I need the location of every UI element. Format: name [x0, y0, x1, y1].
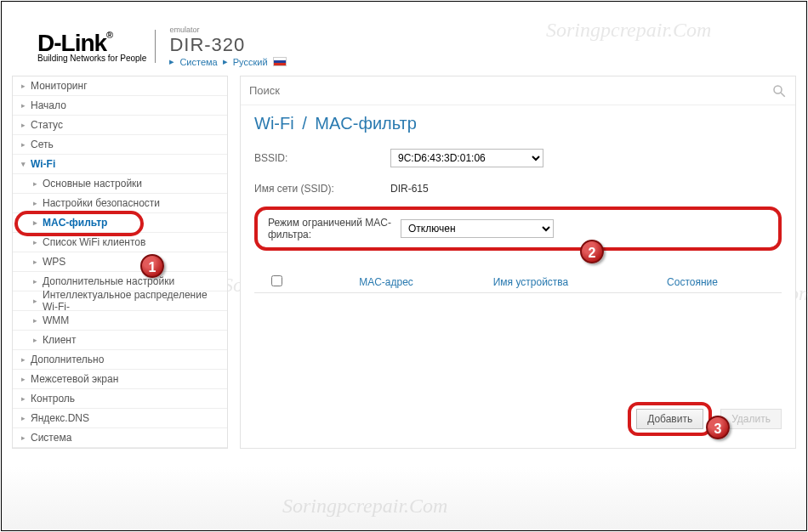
chevron-right-icon: [21, 375, 26, 383]
emulator-label: emulator: [169, 25, 286, 34]
annotation-ring-2-box: Режим ограничений MAC-фильтра: Отключен: [254, 207, 782, 251]
search-row: [241, 76, 795, 105]
search-icon[interactable]: [771, 83, 787, 99]
brand-logo: D-Link® Building Networks for People: [37, 30, 156, 63]
chevron-right-icon: [21, 140, 26, 149]
chevron-right-icon: [21, 82, 26, 90]
field-ssid: Имя сети (SSID): DIR-615: [254, 176, 782, 201]
chevron-right-icon: ▸: [223, 56, 228, 67]
chevron-right-icon: ▸: [169, 56, 174, 67]
header: D-Link® Building Networks for People emu…: [12, 25, 796, 67]
sidebar-item-firewall[interactable]: Межсетевой экран: [13, 370, 227, 389]
chevron-right-icon: [21, 433, 26, 442]
select-all-checkbox[interactable]: [271, 275, 282, 286]
model-box: emulator DIR-320 ▸ Система ▸ Русский: [169, 25, 286, 67]
brand-tagline: Building Networks for People: [37, 54, 146, 63]
chevron-right-icon: [21, 101, 26, 110]
mac-table: MAC-адрес Имя устройства Состояние: [254, 271, 782, 293]
col-name: Имя устройства: [458, 276, 603, 288]
mode-label: Режим ограничений MAC-фильтра:: [268, 217, 401, 241]
bssid-label: BSSID:: [254, 152, 390, 164]
sidebar-item-wifi-wmm[interactable]: WMM: [13, 311, 227, 331]
sidebar-item-control[interactable]: Контроль: [13, 389, 227, 409]
sidebar-item-wifi-clients[interactable]: Список WiFi клиентов: [13, 233, 227, 252]
chevron-right-icon: [33, 336, 37, 344]
sidebar-item-network[interactable]: Сеть: [13, 135, 227, 155]
sidebar-item-wifi[interactable]: Wi-Fi: [13, 155, 227, 174]
watermark: Soringpcrepair.Com: [282, 495, 447, 518]
menu-language[interactable]: Русский: [233, 57, 268, 67]
chevron-right-icon: [33, 238, 37, 246]
sidebar-item-wifi-security[interactable]: Настройки безопасности: [13, 194, 227, 213]
chevron-right-icon: [33, 179, 37, 188]
sidebar-item-wifi-client[interactable]: Клиент: [13, 331, 227, 350]
chevron-right-icon: [33, 258, 37, 266]
sidebar-item-status[interactable]: Статус: [13, 116, 227, 135]
chevron-right-icon: [33, 297, 37, 305]
page-title: Wi-Fi / MAC-фильтр: [254, 114, 782, 133]
menu-system[interactable]: Система: [179, 57, 217, 67]
chevron-right-icon: [33, 316, 37, 325]
sidebar-item-start[interactable]: Начало: [13, 96, 227, 116]
ssid-value: DIR-615: [390, 183, 429, 195]
annotation-ring-3: Добавить: [628, 402, 712, 436]
sidebar-item-wifi-mac-filter[interactable]: MAC-фильтр: [13, 213, 227, 233]
chevron-right-icon: [21, 355, 26, 364]
chevron-right-icon: [21, 414, 26, 422]
mode-select[interactable]: Отключен: [401, 219, 554, 238]
model-name: DIR-320: [169, 34, 286, 56]
table-header: MAC-адрес Имя устройства Состояние: [254, 271, 782, 293]
sidebar-item-system[interactable]: Система: [13, 428, 227, 448]
svg-line-1: [781, 93, 785, 97]
sidebar-item-yandex-dns[interactable]: Яндекс.DNS: [13, 409, 227, 428]
search-input[interactable]: [249, 84, 771, 97]
sidebar-item-wifi-wps[interactable]: WPS: [13, 252, 227, 272]
bssid-select[interactable]: 9C:D6:43:3D:01:06: [390, 149, 543, 167]
ssid-label: Имя сети (SSID):: [254, 183, 390, 195]
sidebar-item-extra[interactable]: Дополнительно: [13, 350, 227, 370]
chevron-right-icon: [33, 277, 37, 286]
svg-point-0: [774, 86, 782, 93]
sidebar-item-monitoring[interactable]: Мониторинг: [13, 76, 227, 96]
flag-ru-icon: [273, 57, 287, 66]
chevron-down-icon: [21, 160, 26, 168]
top-menu: ▸ Система ▸ Русский: [169, 56, 286, 67]
col-mac: MAC-адрес: [314, 276, 458, 288]
chevron-right-icon: [21, 394, 26, 403]
col-state: Состояние: [603, 276, 782, 288]
chevron-right-icon: [21, 121, 26, 129]
add-button[interactable]: Добавить: [636, 409, 703, 429]
chevron-right-icon: [33, 218, 37, 227]
field-bssid: BSSID: 9C:D6:43:3D:01:06: [254, 145, 782, 171]
button-bar: Добавить Удалить: [628, 402, 782, 436]
sidebar-item-wifi-basic[interactable]: Основные настройки: [13, 174, 227, 194]
sidebar: Мониторинг Начало Статус Сеть Wi-Fi Осно…: [12, 76, 228, 449]
delete-button: Удалить: [720, 409, 782, 429]
sidebar-item-wifi-intel[interactable]: Интеллектуальное распределение Wi-Fi-: [13, 291, 227, 311]
main-panel: Wi-Fi / MAC-фильтр BSSID: 9C:D6:43:3D:01…: [240, 76, 796, 449]
chevron-right-icon: [33, 199, 37, 207]
